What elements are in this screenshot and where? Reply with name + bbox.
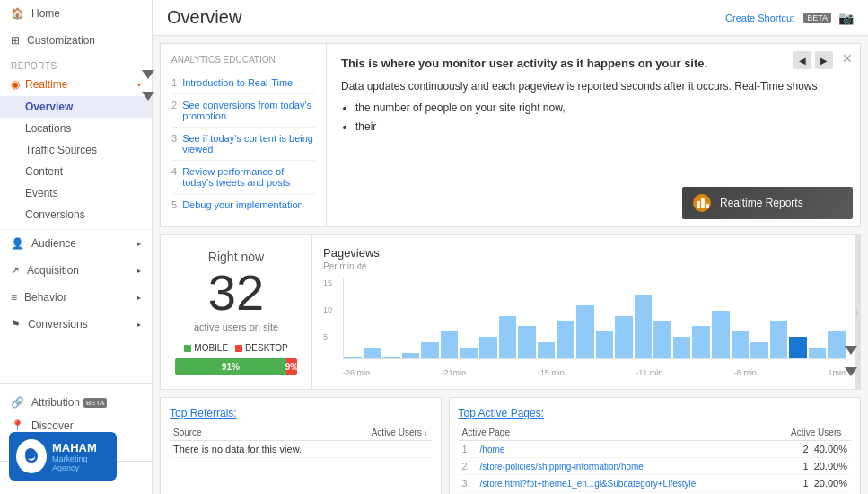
maham-circle: O — [16, 439, 47, 473]
conversions-label: Conversions — [28, 318, 88, 331]
edu-item-5[interactable]: 5 Debug your implementation — [171, 194, 315, 216]
edu-item-3-text: See if today's content is being viewed — [182, 133, 315, 154]
desktop-pct: 9% — [285, 362, 297, 372]
sidebar-item-behavior[interactable]: ≡ Behavior ▸ — [0, 284, 152, 311]
top-referrals-panel: Top Referrals: Source Active Users ↓ The… — [160, 397, 442, 494]
discover-icon: 📍 — [11, 419, 24, 432]
legend-desktop: DESKTOP — [235, 343, 288, 353]
edu-item-1[interactable]: 1 Introduction to Real-Time — [171, 72, 315, 94]
referrals-col-source: Source — [170, 425, 264, 441]
sidebar-sub-overview[interactable]: Overview — [0, 96, 152, 118]
chart-y-labels: 15 10 5 — [323, 278, 339, 359]
edu-close-btn[interactable]: ✕ — [842, 51, 853, 66]
edu-tooltip: This is where you monitor user activity … — [341, 55, 846, 135]
edu-item-3[interactable]: 3 See if today's content is being viewed — [171, 128, 315, 161]
pageviews-panel: Pageviews Per minute 15 10 5 -26 min -21… — [312, 234, 861, 390]
maham-logo: O MAHAM Marketing Agency — [9, 432, 117, 481]
sidebar-item-customization[interactable]: ⊞ Customization — [0, 27, 152, 54]
top-active-pages-panel: Top Active Pages: Active Page Active Use… — [449, 397, 861, 494]
active-pages-title[interactable]: Top Active Pages: — [459, 407, 851, 419]
device-bar: 91% 9% — [175, 358, 297, 375]
sidebar-item-acquisition[interactable]: ↗ Acquisition ▸ — [0, 257, 152, 284]
sidebar-sub-conversions[interactable]: Conversions — [0, 204, 152, 225]
referrals-no-data: There is no data for this view. — [170, 441, 432, 458]
edu-item-2-text: See conversions from today's promotion — [182, 100, 315, 121]
edu-bullet-2: their — [355, 119, 846, 135]
realtime-reports-banner[interactable]: Realtime Reports — [682, 187, 853, 219]
arrow-indicator-2 — [142, 92, 154, 101]
chart-bar-8 — [499, 316, 517, 358]
chart-bar-13 — [596, 331, 614, 358]
chart-bar-18 — [692, 326, 710, 358]
sidebar-item-conversions[interactable]: ⚑ Conversions ▸ — [0, 311, 152, 338]
beta-badge: BETA — [803, 13, 831, 23]
mobile-legend-label: MOBILE — [194, 343, 228, 353]
edu-item-2-num: 2 — [171, 100, 177, 110]
page-title: Overview — [167, 7, 241, 28]
edu-section-label: ANALYTICS EDUCATION — [171, 55, 315, 65]
active-pages-col-users: Active Users ↓ — [736, 425, 851, 441]
x-label-4: -11 min — [636, 368, 662, 377]
sidebar-sub-traffic-sources[interactable]: Traffic Sources — [0, 139, 152, 161]
dashboard-row: Right now 32 active users on site MOBILE… — [160, 234, 861, 390]
edu-prev-btn[interactable]: ◀ — [793, 51, 811, 69]
maham-inner-circle — [25, 448, 36, 459]
camera-icon[interactable]: 📷 — [838, 11, 854, 25]
reports-section-label: REPORTS — [0, 54, 152, 73]
acquisition-label: Acquisition — [27, 264, 79, 277]
y-label-5: 5 — [323, 332, 339, 341]
maham-name: MAHAM — [52, 441, 110, 454]
header: Overview Create Shortcut BETA 📷 — [153, 0, 868, 36]
referrals-col-users: Active Users ↓ — [264, 425, 432, 441]
analytics-edu-panel: ANALYTICS EDUCATION 1 Introduction to Re… — [160, 43, 861, 227]
sidebar-home-label: Home — [31, 7, 60, 20]
row-page[interactable]: /home — [477, 441, 736, 458]
realtime-banner-text: Realtime Reports — [720, 197, 803, 209]
pageviews-subtitle: Per minute — [323, 261, 849, 271]
home-icon: 🏠 — [11, 7, 24, 20]
chevron-behavior: ▸ — [137, 294, 141, 302]
sidebar-item-realtime[interactable]: ◉ Realtime ▾ — [0, 73, 152, 96]
sidebar: 🏠 Home ⊞ Customization REPORTS ◉ Realtim… — [0, 0, 153, 494]
chart-bar-19 — [712, 311, 730, 358]
top-referrals-title[interactable]: Top Referrals: — [170, 407, 432, 419]
sidebar-sub-locations[interactable]: Locations — [0, 118, 152, 139]
realtime-label: Realtime — [25, 78, 67, 91]
sidebar-item-home[interactable]: 🏠 Home — [0, 0, 152, 27]
referrals-no-data-row: There is no data for this view. — [170, 441, 432, 458]
chevron-conversions: ▸ — [137, 321, 141, 329]
sidebar-item-audience[interactable]: 👤 Audience ▸ — [0, 229, 152, 257]
sidebar-sub-events[interactable]: Events — [0, 182, 152, 204]
chart-bar-17 — [673, 337, 691, 358]
x-label-1: -26 min — [343, 368, 370, 377]
x-label-5: -6 min — [734, 368, 757, 377]
active-pages-table: Active Page Active Users ↓ 1./home2 40.0… — [459, 425, 851, 494]
maham-subtitle: Marketing Agency — [52, 454, 110, 472]
right-now-label: Right now — [175, 250, 297, 264]
edu-left: ANALYTICS EDUCATION 1 Introduction to Re… — [161, 44, 327, 226]
behavior-icon: ≡ — [11, 291, 17, 304]
sidebar-item-attribution[interactable]: 🔗 Attribution BETA — [0, 391, 152, 414]
right-now-panel: Right now 32 active users on site MOBILE… — [160, 234, 312, 390]
chart-bar-22 — [770, 321, 788, 358]
edu-item-5-text: Debug your implementation — [182, 199, 303, 210]
edu-item-3-num: 3 — [171, 133, 177, 144]
sort-icon: ↓ — [425, 429, 428, 437]
edu-item-4[interactable]: 4 Review performance of today's tweets a… — [171, 161, 315, 194]
legend-mobile: MOBILE — [184, 343, 228, 353]
desktop-dot — [235, 345, 242, 352]
sidebar-sub-content[interactable]: Content — [0, 161, 152, 182]
desktop-bar: 9% — [286, 358, 297, 375]
edu-item-5-num: 5 — [171, 199, 177, 210]
chart-bar-7 — [479, 337, 497, 358]
row-page[interactable]: /store.html?fpt+theme1_en...gi&Subcatego… — [477, 475, 736, 492]
row-page[interactable]: /store-policies/shipping-information/hom… — [477, 458, 736, 475]
active-page-row-1: 2./store-policies/shipping-information/h… — [459, 458, 851, 475]
behavior-label: Behavior — [24, 291, 66, 304]
row-users: 2 40.00% — [736, 441, 851, 458]
edu-item-2[interactable]: 2 See conversions from today's promotion — [171, 94, 315, 128]
create-shortcut-link[interactable]: Create Shortcut — [725, 13, 794, 23]
tables-section-1: Top Referrals: Source Active Users ↓ The… — [160, 397, 861, 494]
edu-next-btn[interactable]: ▶ — [815, 51, 833, 69]
sort-icon-pages: ↓ — [844, 429, 847, 437]
